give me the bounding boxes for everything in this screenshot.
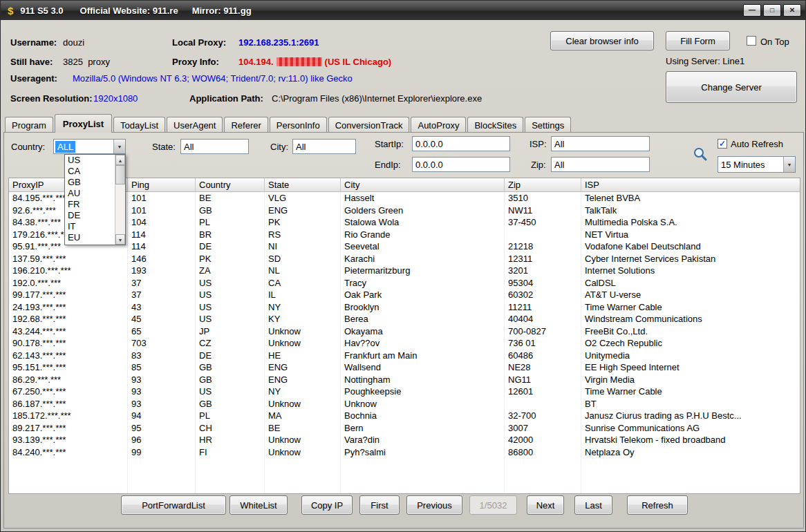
endip-input[interactable] [412, 157, 510, 172]
table-row[interactable]: 137.59.***.***146PKSDKarachi12311Cyber I… [9, 253, 800, 265]
cell-ping: 93 [128, 386, 196, 398]
last-page-button[interactable]: Last [574, 495, 612, 515]
cell-country: CZ [196, 337, 265, 350]
table-row[interactable]: 92.6.***.***101GBENGGolders GreenNW11Tal… [9, 205, 800, 217]
copy-ip-button[interactable]: Copy IP [301, 495, 353, 515]
previous-page-button[interactable]: Previous [406, 495, 462, 515]
country-combobox[interactable]: ALL ▼ [53, 139, 126, 154]
table-row[interactable]: 192.68.***.***45USKYBerea40404Windstream… [9, 313, 800, 325]
state-input[interactable] [180, 139, 249, 154]
close-button[interactable]: ✕ [783, 4, 801, 17]
refresh-interval-combobox[interactable]: 15 Minutes ▼ [718, 156, 796, 173]
cell-ping: 37 [128, 277, 196, 289]
table-row[interactable]: 67.250.***.***93USNYPoughkeepsie12601Tim… [9, 386, 800, 398]
table-row[interactable]: 95.91.***.***114DENISeevetal21218Vodafon… [9, 240, 800, 253]
table-row[interactable]: 95.151.***.***85GBENGWallsendNE28EE High… [9, 361, 800, 374]
dropdown-scrollbar[interactable]: ▲ ▼ [115, 155, 125, 245]
city-label: City: [270, 142, 288, 152]
table-row[interactable]: 84.38.***.***104PLPKStalowa Wola37-450Mu… [9, 216, 800, 229]
table-row[interactable]: 84.195.***.***101BEVLGHasselt3510Telenet… [9, 192, 800, 205]
column-header-ping[interactable]: Ping [128, 178, 196, 191]
next-page-label: Next [536, 500, 555, 511]
tab-useragent[interactable]: UserAgent [167, 117, 223, 133]
cell-country: US [196, 277, 265, 289]
column-header-zip[interactable]: Zip [505, 178, 581, 191]
table-row[interactable]: 62.143.***.***83DEHEFrankfurt am Main604… [9, 350, 800, 362]
tab-proxylist[interactable]: ProxyList [55, 114, 112, 133]
table-row[interactable]: 99.177.***.***37USILOak Park60302AT&T U-… [9, 289, 800, 301]
table-row[interactable]: 90.178.***.***703CZUnknowHav??ov736 01O2… [9, 337, 800, 350]
dropdown-item-fr[interactable]: FR [65, 199, 115, 210]
cell-city: Nottingham [341, 374, 505, 386]
cell-state: Unknow [265, 398, 341, 410]
interval-dropdown-button[interactable]: ▼ [783, 157, 795, 172]
maximize-button[interactable]: □ [763, 4, 781, 17]
tab-conversiontrack[interactable]: ConversionTrack [328, 117, 410, 133]
endip-label: EndIp: [375, 160, 401, 170]
app-window: $ 911 S5 3.0 Official Website: 911.re Mi… [0, 0, 806, 532]
cell-city: Tracy [341, 277, 505, 289]
cell-state: Unknow [265, 325, 341, 338]
cell-zip: 11211 [505, 301, 581, 314]
table-row[interactable]: 86.29.***.***93GBENGNottinghamNG11Virgin… [9, 374, 800, 386]
dropdown-item-eu[interactable]: EU [65, 232, 115, 243]
table-row[interactable]: 86.187.***.***93GBUnknowUnknowBT [9, 398, 800, 410]
fill-form-button[interactable]: Fill Form [666, 31, 730, 50]
isp-input[interactable] [551, 136, 650, 151]
dropdown-item-it[interactable]: IT [65, 221, 115, 232]
cell-proxyip: 90.178.***.*** [9, 337, 128, 350]
copy-ip-label: Copy IP [311, 500, 343, 511]
next-page-button[interactable]: Next [527, 495, 564, 515]
table-row[interactable]: 24.193.***.***43USNYBrooklyn11211Time Wa… [9, 301, 800, 314]
refresh-button[interactable]: Refresh [627, 495, 688, 515]
tab-personinfo[interactable]: PersonInfo [270, 117, 327, 133]
dropdown-item-us[interactable]: US [65, 155, 115, 166]
table-row[interactable]: 192.0.***.***37USCATracy95304CalDSL [9, 277, 800, 289]
country-dropdown-button[interactable]: ▼ [113, 140, 125, 153]
table-row[interactable]: 43.244.***.***65JPUnknowOkayama700-0827F… [9, 325, 800, 338]
column-header-isp[interactable]: ISP [581, 178, 800, 191]
cell-zip: 60302 [505, 289, 581, 301]
official-website-link[interactable]: Official Website: 911.re [80, 6, 178, 16]
tab-todaylist[interactable]: TodayList [113, 117, 165, 133]
port-forward-list-button[interactable]: PortForwardList [121, 495, 226, 515]
search-icon[interactable] [693, 146, 708, 162]
city-input[interactable] [292, 139, 356, 154]
on-top-checkbox[interactable] [747, 36, 756, 46]
tab-program[interactable]: Program [5, 117, 53, 133]
column-header-state[interactable]: State [265, 178, 341, 191]
tab-referer[interactable]: Referer [224, 117, 268, 133]
scroll-down-button[interactable]: ▼ [115, 234, 125, 245]
cell-ping: 703 [128, 337, 196, 350]
auto-refresh-checkbox[interactable]: ✓ [718, 139, 727, 149]
table-row[interactable]: 185.172.***.***94PLMABochnia32-700Janusz… [9, 410, 800, 422]
mirror-website-link[interactable]: Mirror: 911.gg [192, 6, 252, 16]
clear-browser-info-button[interactable]: Clear browser info [550, 31, 654, 50]
cell-country: PL [196, 410, 265, 422]
cell-isp: Sunrise Communications AG [581, 422, 800, 435]
dropdown-item-de[interactable]: DE [65, 210, 115, 221]
white-list-button[interactable]: WhiteList [229, 495, 288, 515]
table-row[interactable]: 84.240.***.***99FIUnknowPyh?salmi86800Ne… [9, 446, 800, 459]
tab-autoproxy[interactable]: AutoProxy [411, 117, 466, 133]
tab-settings[interactable]: Settings [525, 117, 571, 133]
change-server-button[interactable]: Change Server [666, 71, 797, 103]
table-row[interactable]: 179.216.***.***114BRRSRio GrandeNET Virt… [9, 229, 800, 241]
tab-blocksites[interactable]: BlockSites [467, 117, 523, 133]
cell-state: ENG [265, 205, 341, 217]
column-header-country[interactable]: Country [196, 178, 265, 191]
minimize-button[interactable]: — [743, 4, 761, 17]
zip-input[interactable] [551, 157, 650, 172]
table-row[interactable]: 93.139.***.***96HRUnknowVara?din42000Hrv… [9, 434, 800, 446]
scrollbar-thumb[interactable] [115, 165, 125, 184]
table-row[interactable]: 89.217.***.***95CHBEBern3007Sunrise Comm… [9, 422, 800, 435]
dropdown-item-au[interactable]: AU [65, 188, 115, 199]
scroll-up-button[interactable]: ▲ [115, 155, 125, 165]
dropdown-item-ca[interactable]: CA [65, 166, 115, 177]
table-row[interactable]: 196.210.***.***193ZANLPietermaritzburg32… [9, 265, 800, 277]
dropdown-item-gb[interactable]: GB [65, 177, 115, 188]
first-page-button[interactable]: First [359, 495, 400, 515]
column-header-city[interactable]: City [341, 178, 505, 191]
cell-state: VLG [265, 192, 341, 205]
startip-input[interactable] [412, 136, 510, 151]
